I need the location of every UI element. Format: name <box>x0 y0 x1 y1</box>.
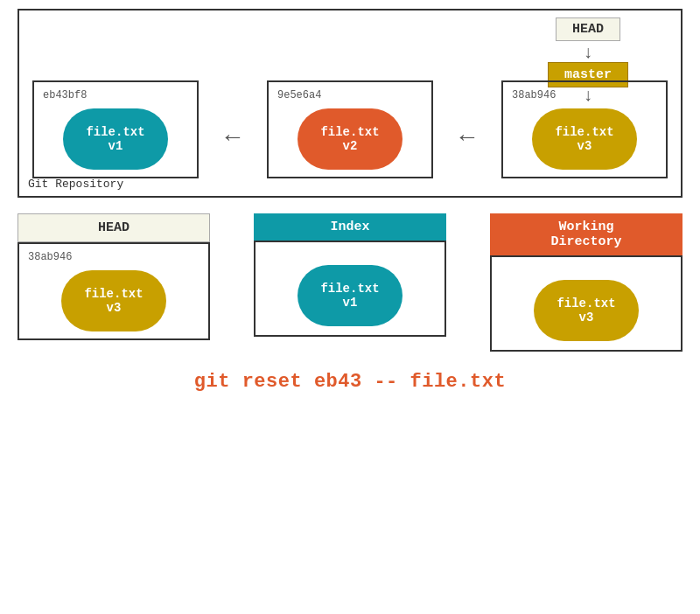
index-area-inner: file.txt v1 <box>254 241 446 337</box>
git-repo-container: HEAD ↓ master ↓ eb43bf8 file.txt v1 ← 9e… <box>18 9 682 198</box>
commit-blob-2-line1: file.txt <box>320 125 379 139</box>
commit-blob-1-line1: file.txt <box>86 125 144 139</box>
head-to-master-arrow: ↓ <box>583 45 593 62</box>
index-area-blob-line1: file.txt <box>320 282 379 296</box>
commit-hash-3: 38ab946 <box>512 89 556 101</box>
head-area-hash: 38ab946 <box>28 251 72 263</box>
index-area-blob: file.txt v1 <box>298 265 402 326</box>
commit-box-3: 38ab946 file.txt v3 <box>501 80 668 178</box>
index-area: Index file.txt v1 <box>254 213 446 337</box>
commit-box-1: eb43bf8 file.txt v1 <box>32 80 199 178</box>
index-area-label: Index <box>254 213 446 241</box>
head-area: HEAD 38ab946 file.txt v3 <box>18 213 210 340</box>
commit-hash-2: 9e5e6a4 <box>277 89 321 101</box>
working-dir-blob: file.txt v3 <box>534 280 639 341</box>
index-area-blob-line2: v1 <box>343 296 358 310</box>
commit-blob-1: file.txt v1 <box>63 108 168 170</box>
head-area-label: HEAD <box>18 213 210 242</box>
working-dir-inner: file.txt v3 <box>490 255 682 352</box>
git-command: git reset eb43 -- file.txt <box>194 371 506 393</box>
head-label-repo: HEAD <box>556 17 620 41</box>
arrow-3-to-2: ← <box>460 124 475 151</box>
working-dir-area: WorkingDirectory file.txt v3 <box>490 213 682 352</box>
arrow-2-to-1: ← <box>226 124 241 151</box>
commit-blob-1-line2: v1 <box>108 139 123 153</box>
head-area-blob-line2: v3 <box>107 301 122 315</box>
bottom-section: HEAD 38ab946 file.txt v3 Index file.txt … <box>18 213 682 393</box>
commit-blob-2-line2: v2 <box>343 139 358 153</box>
commit-blob-3-line2: v3 <box>578 139 592 153</box>
commits-row: eb43bf8 file.txt v1 ← 9e5e6a4 file.txt v… <box>32 80 668 178</box>
commit-blob-3: file.txt v3 <box>532 108 637 170</box>
commit-blob-3-line1: file.txt <box>555 125 613 139</box>
working-dir-blob-line1: file.txt <box>556 297 615 310</box>
head-area-inner: 38ab946 file.txt v3 <box>18 242 210 340</box>
commit-box-2: 9e5e6a4 file.txt v2 <box>267 80 433 178</box>
git-repo-label: Git Repository <box>28 178 123 191</box>
commit-blob-2: file.txt v2 <box>298 108 402 170</box>
head-area-blob-line1: file.txt <box>84 287 143 301</box>
head-area-blob: file.txt v3 <box>61 270 166 331</box>
working-dir-blob-line2: v3 <box>579 310 594 324</box>
working-dir-label: WorkingDirectory <box>490 213 682 255</box>
areas-row: HEAD 38ab946 file.txt v3 Index file.txt … <box>18 213 682 352</box>
commit-hash-1: eb43bf8 <box>43 89 87 101</box>
